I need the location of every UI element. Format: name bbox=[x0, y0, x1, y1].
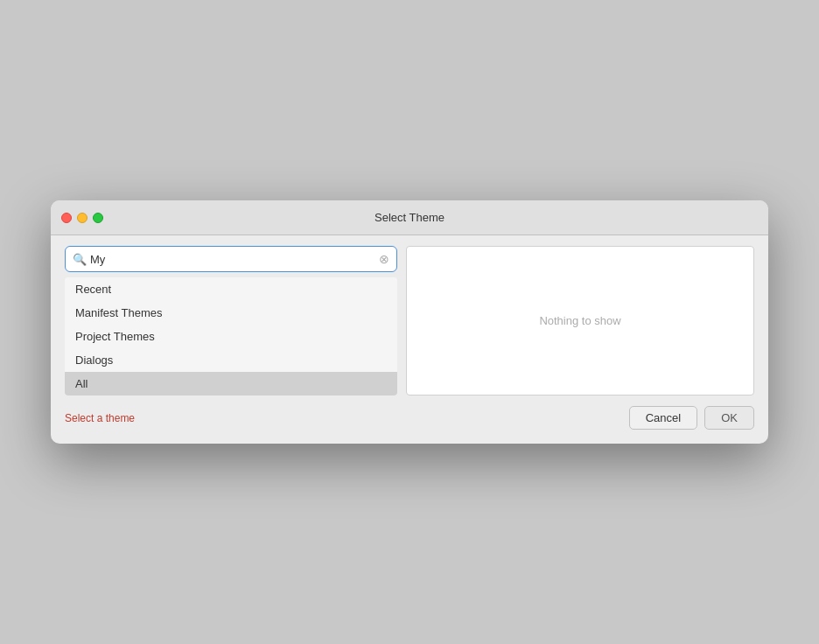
window-body: 🔍 ⊗ Recent Manifest Themes Project Theme… bbox=[51, 235, 768, 444]
category-item-all[interactable]: All bbox=[65, 372, 397, 396]
search-icon: 🔍 bbox=[73, 253, 87, 266]
search-input[interactable] bbox=[90, 253, 379, 266]
clear-icon[interactable]: ⊗ bbox=[379, 252, 389, 266]
search-box: 🔍 ⊗ bbox=[65, 246, 397, 272]
select-theme-label[interactable]: Select a theme bbox=[65, 412, 135, 424]
main-content: 🔍 ⊗ Recent Manifest Themes Project Theme… bbox=[65, 246, 754, 396]
right-panel: Nothing to show bbox=[406, 246, 754, 396]
category-list: Recent Manifest Themes Project Themes Di… bbox=[65, 277, 397, 396]
maximize-button[interactable] bbox=[93, 213, 103, 223]
left-panel: 🔍 ⊗ Recent Manifest Themes Project Theme… bbox=[65, 246, 397, 396]
ok-button[interactable]: OK bbox=[704, 406, 754, 430]
titlebar: Select Theme bbox=[51, 200, 768, 235]
dialog-window: Select Theme 🔍 ⊗ Recent Manifest Themes bbox=[51, 200, 768, 444]
category-item-dialogs[interactable]: Dialogs bbox=[65, 348, 397, 372]
category-item-project-themes[interactable]: Project Themes bbox=[65, 325, 397, 348]
category-item-manifest-themes[interactable]: Manifest Themes bbox=[65, 301, 397, 325]
traffic-lights bbox=[61, 213, 103, 223]
close-button[interactable] bbox=[61, 213, 72, 223]
minimize-button[interactable] bbox=[77, 213, 88, 223]
empty-message: Nothing to show bbox=[539, 314, 620, 327]
window-title: Select Theme bbox=[374, 211, 444, 224]
footer: Select a theme Cancel OK bbox=[65, 406, 754, 430]
cancel-button[interactable]: Cancel bbox=[629, 406, 697, 430]
category-item-recent[interactable]: Recent bbox=[65, 277, 397, 301]
footer-buttons: Cancel OK bbox=[629, 406, 754, 430]
